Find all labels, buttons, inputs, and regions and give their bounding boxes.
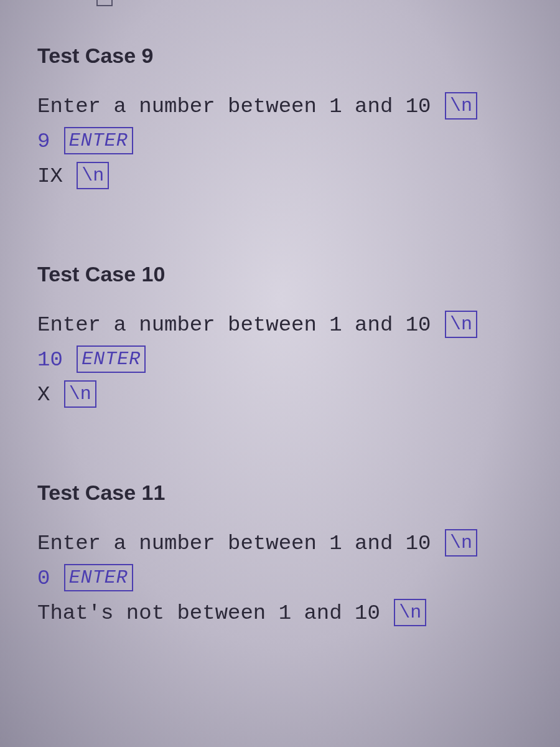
- partial-checkbox-edge: [96, 0, 113, 6]
- test-case-title: Test Case 10: [37, 262, 523, 286]
- input-line: 10 ENTER: [37, 342, 523, 377]
- prompt-text: Enter a number between 1 and 10: [37, 95, 431, 118]
- user-input-value: 10: [37, 348, 63, 372]
- output-text: X: [37, 383, 50, 406]
- output-line: IX \n: [37, 159, 523, 194]
- enter-key-badge: ENTER: [77, 345, 146, 373]
- prompt-text: Enter a number between 1 and 10: [37, 532, 431, 555]
- prompt-line: Enter a number between 1 and 10 \n: [37, 308, 523, 342]
- test-case-block: Test Case 10 Enter a number between 1 an…: [37, 262, 523, 412]
- prompt-line: Enter a number between 1 and 10 \n: [37, 526, 523, 561]
- enter-key-badge: ENTER: [64, 564, 133, 591]
- newline-badge: \n: [445, 311, 477, 338]
- newline-badge: \n: [394, 599, 426, 626]
- test-cases-page: Test Case 9 Enter a number between 1 and…: [0, 0, 560, 631]
- output-text: IX: [37, 164, 63, 188]
- input-line: 0 ENTER: [37, 561, 523, 596]
- newline-badge: \n: [445, 529, 477, 557]
- enter-key-badge: ENTER: [64, 127, 133, 154]
- output-line: That's not between 1 and 10 \n: [37, 596, 523, 631]
- prompt-line: Enter a number between 1 and 10 \n: [37, 89, 523, 124]
- newline-badge: \n: [77, 162, 109, 189]
- test-case-title: Test Case 11: [37, 481, 523, 505]
- output-text: That's not between 1 and 10: [37, 601, 380, 625]
- prompt-text: Enter a number between 1 and 10: [37, 313, 431, 337]
- test-case-title: Test Case 9: [37, 44, 523, 68]
- test-case-block: Test Case 9 Enter a number between 1 and…: [37, 44, 523, 194]
- user-input-value: 9: [37, 129, 50, 153]
- output-line: X \n: [37, 377, 523, 412]
- input-line: 9 ENTER: [37, 124, 523, 159]
- newline-badge: \n: [64, 380, 96, 408]
- newline-badge: \n: [445, 92, 477, 120]
- user-input-value: 0: [37, 566, 50, 590]
- test-case-block: Test Case 11 Enter a number between 1 an…: [37, 481, 523, 631]
